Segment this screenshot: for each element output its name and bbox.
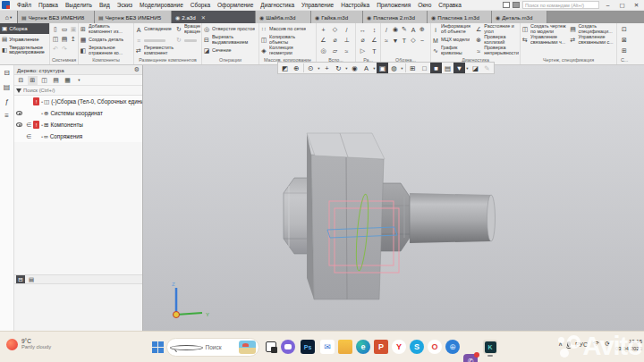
section-button[interactable]: ◪ Сечение: [203, 46, 258, 56]
tool-icon[interactable]: ↕: [369, 24, 380, 35]
panel-menu-icon[interactable]: ≡: [2, 110, 13, 121]
save-icon[interactable]: ▣: [69, 24, 78, 34]
menu-modeling[interactable]: Моделирование: [136, 2, 187, 8]
tab-part-plastina1[interactable]: ◉ Пластина 1.m3d: [428, 11, 492, 23]
tool-icon[interactable]: ▷: [357, 46, 369, 56]
variables-fx-icon[interactable]: ƒ: [2, 96, 13, 106]
tab-part-gaika[interactable]: ◉ Гайка.m3d: [311, 11, 363, 23]
mode-assembly-button[interactable]: ▣ Сборка: [0, 23, 49, 34]
redo-icon[interactable]: ↷: [60, 44, 69, 54]
create-part-button[interactable]: ▦ Создать деталь: [80, 35, 132, 46]
tool-icon[interactable]: ~: [418, 35, 427, 46]
browser-globe-app-button[interactable]: ⊕: [445, 340, 460, 354]
text-size-icon[interactable]: A: [360, 63, 372, 73]
task-view-button[interactable]: [264, 340, 278, 354]
tree-composition-icon[interactable]: ◫: [39, 76, 49, 85]
side-tool-icon[interactable]: ⊡: [622, 24, 627, 35]
explorer-app-button[interactable]: [338, 340, 352, 354]
tool-icon[interactable]: T: [400, 35, 409, 46]
copy-objects-button[interactable]: ◫ Копировать объекты: [260, 35, 315, 46]
plane-view-icon[interactable]: ◩: [279, 63, 291, 73]
tool-icon[interactable]: ⊥: [341, 35, 352, 46]
tool-icon[interactable]: ◎: [318, 46, 329, 56]
tab-drawing-2[interactable]: ▤ Чертеж БЕЗ ИМЕНИ5: [95, 11, 172, 23]
visibility-eye-icon[interactable]: [16, 111, 22, 115]
create-drawing-button[interactable]: ◫ Создать чертеж по модели: [521, 24, 569, 35]
continuity-check-button[interactable]: ≈ Проверка непрерывности: [475, 46, 519, 56]
photoshop-app-button[interactable]: Ps: [301, 340, 315, 354]
orbit-icon[interactable]: ↻: [333, 63, 344, 73]
simple-hole-button[interactable]: ◎ Отверстие простое: [203, 24, 258, 35]
grid-array-button[interactable]: ∷ Массив по сетке: [260, 24, 315, 35]
windows-start-button[interactable]: [150, 340, 165, 354]
tree-view-toggle-icon[interactable]: ⊟: [16, 275, 25, 283]
tab-drawing-1[interactable]: ▤ Чертеж БЕЗ ИМЕНИ8: [18, 11, 95, 23]
tool-icon[interactable]: ▼: [391, 35, 400, 46]
tab-assembly-active[interactable]: ◉ 2.a3d ✕: [172, 11, 256, 23]
layers-icon[interactable]: ▤: [442, 63, 453, 73]
maximize-button[interactable]: ▢: [616, 1, 628, 10]
menu-settings[interactable]: Настройка: [337, 2, 373, 8]
wireframe-icon[interactable]: □: [419, 63, 430, 73]
menu-diagnostics[interactable]: Диагностика: [257, 2, 298, 8]
tool-icon[interactable]: ≈: [341, 46, 352, 56]
skype-app-button[interactable]: S: [410, 340, 424, 354]
object-info-button[interactable]: i Информация об объекте: [432, 24, 475, 35]
tree-expand-icon[interactable]: ⊞: [28, 76, 38, 85]
scale-icon[interactable]: ⊞: [407, 63, 419, 73]
open-document-icon[interactable]: ▭: [60, 24, 69, 34]
tool-icon[interactable]: ⊕: [418, 24, 427, 35]
side-tool-icon[interactable]: ⊠: [622, 35, 627, 46]
tool-icon[interactable]: ↔: [357, 24, 369, 35]
tab-part-plastina2[interactable]: ◉ Пластина 2.m3d: [363, 11, 428, 23]
hidden-icons-chevron[interactable]: ∧: [558, 341, 563, 348]
tool-icon[interactable]: ⌀: [329, 35, 341, 46]
send-icon[interactable]: ↥: [69, 34, 78, 44]
minimize-button[interactable]: –: [602, 1, 614, 10]
tool-icon[interactable]: ∠: [318, 35, 329, 46]
tool-icon[interactable]: T: [369, 46, 380, 56]
chevron-down-icon[interactable]: ▾: [74, 76, 84, 85]
side-tool-icon[interactable]: ⊞: [622, 46, 627, 56]
tree-sections-icon[interactable]: ▤: [51, 76, 61, 85]
menu-select[interactable]: Выделить: [62, 2, 96, 8]
kompas-app-button[interactable]: K: [483, 340, 497, 354]
chevron-down-icon[interactable]: ▾: [400, 66, 404, 71]
tool-icon[interactable]: ◉: [391, 24, 400, 35]
mass-properties-button[interactable]: M МЦХ модели: [432, 35, 475, 46]
opera-app-button[interactable]: O: [428, 340, 442, 354]
curvature-graph-button[interactable]: ∿ График кривизны: [432, 46, 475, 56]
home-button[interactable]: ⌂ ▾: [0, 11, 18, 23]
manage-linked-specs-button[interactable]: ⇄ Управление связанными с...: [569, 35, 615, 46]
tool-icon[interactable]: ≈: [382, 35, 391, 46]
distance-angle-button[interactable]: ∠ Расстояние и угол: [475, 24, 519, 35]
move-component-button[interactable]: ⇄ Переместить компонент: [135, 46, 175, 56]
tool-icon[interactable]: ∠: [369, 35, 380, 46]
undo-icon[interactable]: ↶: [51, 44, 60, 54]
tab-close-icon[interactable]: ✕: [201, 14, 206, 21]
menu-edit[interactable]: Правка: [35, 2, 62, 8]
layout-toggle-icon[interactable]: [503, 2, 510, 8]
menu-layout[interactable]: Оформление: [214, 2, 257, 8]
tree-row-mates[interactable]: ∈ • ∞ Сопряжения: [14, 130, 142, 142]
layout-toggle2-icon[interactable]: [513, 2, 520, 8]
tab-part-shaiba[interactable]: ◉ Шайба.m3d: [256, 11, 311, 23]
language-indicator[interactable]: РУС: [575, 341, 588, 348]
menu-sketch[interactable]: Эскиз: [114, 2, 136, 8]
tab-part-detal[interactable]: ◉ Деталь.m3d: [492, 11, 547, 23]
coincide-button[interactable]: A Совпадение: [135, 24, 175, 35]
mirror-component-button[interactable]: ◧ Зеркальное отражение ко...: [80, 46, 132, 56]
menu-file[interactable]: Файл: [13, 2, 35, 8]
tool-icon[interactable]: ◇: [409, 35, 418, 46]
tree-row-coordinate-systems[interactable]: • ⊕ Системы координат: [14, 107, 142, 119]
viewpoint-icon[interactable]: ◉: [349, 63, 360, 73]
tree-row-components[interactable]: ∈ ! • ⊞ Компоненты: [14, 119, 142, 130]
microphone-icon[interactable]: [567, 341, 571, 347]
structure-tree-icon[interactable]: ⊟: [2, 67, 13, 78]
create-spec-button[interactable]: ▤ Создать спецификаци...: [569, 24, 615, 35]
view-globe-icon[interactable]: ◍: [388, 63, 400, 73]
layers-panel-icon[interactable]: ▤: [2, 81, 13, 92]
menu-applications[interactable]: Приложения: [373, 2, 414, 8]
collision-check-button[interactable]: ⊗ Проверка коллизий: [475, 35, 519, 46]
taskbar-clock[interactable]: 13:15 03.04.2023: [615, 339, 642, 352]
